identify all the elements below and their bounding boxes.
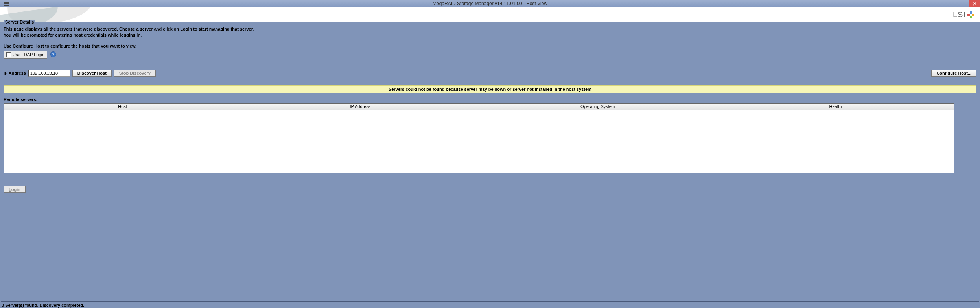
servers-table: Host IP Address Operating System Health: [4, 103, 954, 173]
col-host[interactable]: Host: [4, 104, 241, 110]
discover-host-button[interactable]: Discover Host: [72, 70, 112, 77]
intro-line-1: This page displays all the servers that …: [4, 26, 976, 32]
app-icon: [0, 0, 13, 7]
lsi-mark-icon: [967, 11, 974, 18]
discover-row: IP Address Discover Host Stop Discovery …: [4, 70, 976, 77]
warning-banner: Servers could not be found because serve…: [4, 85, 976, 93]
status-text: 0 Server(s) found. Discovery completed.: [2, 303, 84, 308]
header-banner: LSI: [0, 7, 980, 22]
table-body[interactable]: [4, 110, 954, 173]
login-row: Login: [4, 186, 976, 193]
stop-discovery-button[interactable]: Stop Discovery: [114, 70, 156, 77]
window-title: MegaRAID Storage Manager v14.11.01.00 - …: [0, 1, 980, 6]
svg-rect-2: [4, 5, 9, 6]
lsi-logo: LSI: [953, 10, 974, 19]
col-os[interactable]: Operating System: [479, 104, 717, 110]
col-ip[interactable]: IP Address: [241, 104, 479, 110]
intro-line-2: You will be prompted for entering host c…: [4, 32, 976, 38]
intro-text: This page displays all the servers that …: [4, 26, 976, 38]
ldap-label-rest: se LDAP Login: [16, 52, 44, 57]
remote-servers-label: Remote servers:: [4, 97, 976, 102]
ip-address-input[interactable]: [28, 70, 70, 77]
ip-address-label: IP Address: [4, 71, 26, 75]
help-icon[interactable]: ?: [50, 51, 56, 57]
use-ldap-login-toggle[interactable]: Use LDAP Login: [4, 51, 47, 59]
checkbox-icon: [6, 52, 11, 57]
svg-rect-0: [4, 2, 9, 3]
window-titlebar: MegaRAID Storage Manager v14.11.01.00 - …: [0, 0, 980, 7]
status-bar: 0 Server(s) found. Discovery completed.: [0, 302, 980, 308]
server-details-panel: Server Details This page displays all th…: [1, 22, 979, 302]
login-button[interactable]: Login: [4, 186, 26, 193]
panel-legend: Server Details: [4, 20, 35, 24]
col-health[interactable]: Health: [717, 104, 954, 110]
config-hint: Use Configure Host to configure the host…: [4, 44, 976, 48]
configure-host-button[interactable]: Configure Host...: [931, 70, 976, 77]
close-button[interactable]: [969, 0, 980, 7]
lsi-logo-text: LSI: [953, 10, 966, 19]
svg-rect-1: [4, 3, 9, 4]
ldap-row: Use LDAP Login ?: [4, 51, 976, 59]
table-header-row: Host IP Address Operating System Health: [4, 104, 954, 110]
